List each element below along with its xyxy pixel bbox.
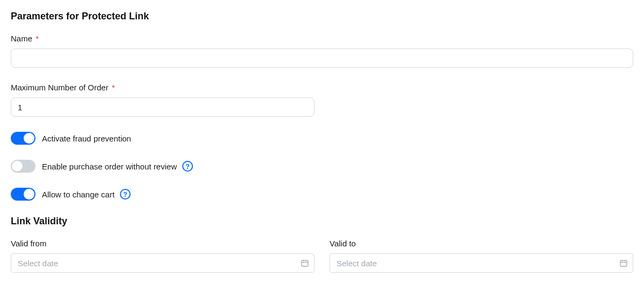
purchase-no-review-toggle[interactable] [11, 160, 35, 173]
max-order-input[interactable] [11, 97, 314, 117]
name-input[interactable] [11, 48, 633, 68]
required-star-icon: * [35, 34, 39, 43]
valid-to-input[interactable] [330, 253, 633, 273]
allow-change-cart-label: Allow to change cart [42, 190, 115, 199]
validity-row: Valid from Valid to [11, 239, 633, 273]
toggle-knob [24, 189, 34, 200]
fraud-prevention-toggle[interactable] [11, 132, 35, 145]
name-field: Name * [11, 34, 633, 68]
toggle-row-fraud: Activate fraud prevention [11, 132, 633, 145]
help-icon[interactable]: ? [120, 189, 131, 200]
name-label: Name * [11, 34, 633, 43]
purchase-no-review-label: Enable purchase order without review [42, 162, 177, 171]
valid-from-label: Valid from [11, 239, 314, 248]
toggle-row-purchase-no-review: Enable purchase order without review ? [11, 160, 633, 173]
allow-change-cart-toggle[interactable] [11, 188, 35, 201]
section-title-parameters: Parameters for Protected Link [11, 11, 633, 22]
max-order-label: Maximum Number of Order * [11, 83, 633, 92]
valid-from-col: Valid from [11, 239, 314, 273]
required-star-icon: * [112, 83, 115, 92]
max-order-label-text: Maximum Number of Order [11, 83, 109, 92]
valid-to-col: Valid to [330, 239, 633, 273]
max-order-field: Maximum Number of Order * [11, 83, 633, 117]
section-title-validity: Link Validity [11, 216, 633, 227]
toggle-row-allow-change-cart: Allow to change cart ? [11, 188, 633, 201]
name-label-text: Name [11, 34, 32, 43]
toggle-knob [24, 133, 34, 144]
toggle-knob [12, 161, 23, 172]
valid-from-input[interactable] [11, 253, 314, 273]
fraud-prevention-label: Activate fraud prevention [42, 134, 131, 143]
valid-to-label: Valid to [330, 239, 633, 248]
help-icon[interactable]: ? [182, 161, 193, 172]
